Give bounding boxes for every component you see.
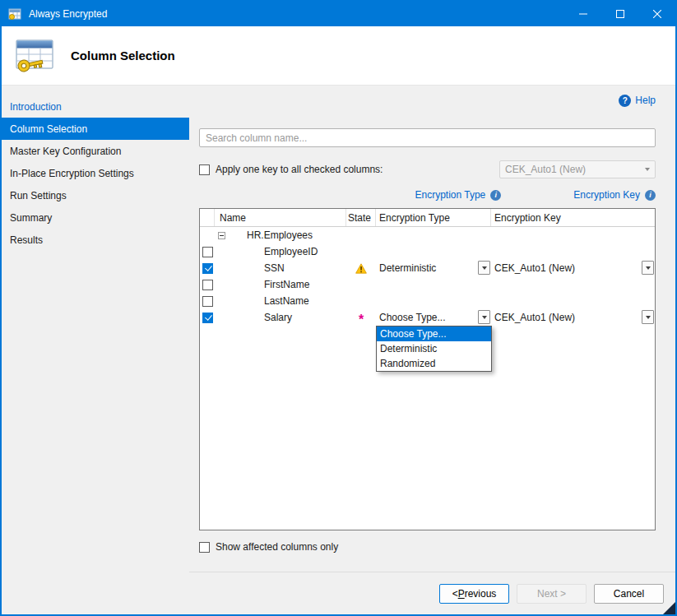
app-icon <box>8 7 21 21</box>
sidebar-item-run-settings[interactable]: Run Settings <box>2 184 189 206</box>
columns-table-header: Name State Encryption Type Encryption Ke… <box>200 209 655 227</box>
table-row-hr-employees: HR.Employees <box>200 227 655 243</box>
wizard-footer: < Previous Next > Cancel <box>189 572 675 614</box>
encryption-key-dropdown-button[interactable] <box>642 310 654 324</box>
header-encryption-type: Encryption Type <box>376 209 491 226</box>
header-checkbox-column <box>200 209 215 226</box>
dropdown-option-randomized[interactable]: Randomized <box>377 356 491 371</box>
always-encrypted-wizard-window: Always Encrypted <box>0 0 677 616</box>
row-checkbox[interactable] <box>202 296 213 307</box>
sidebar-item-in-place-encryption-settings[interactable]: In-Place Encryption Settings <box>2 162 189 184</box>
wizard-steps-sidebar: Introduction Column Selection Master Key… <box>2 86 189 614</box>
help-link[interactable]: ? Help <box>619 94 656 107</box>
apply-key-combo-value: CEK_Auto1 (New) <box>505 164 586 175</box>
required-icon: * <box>359 311 364 324</box>
resize-grip[interactable] <box>663 602 675 614</box>
apply-key-combo[interactable]: CEK_Auto1 (New) <box>499 160 656 178</box>
column-name: SSN <box>215 260 346 276</box>
table-row-firstname: FirstName <box>200 276 655 293</box>
next-button[interactable]: Next > <box>517 584 587 604</box>
apply-key-checkbox[interactable] <box>199 164 210 175</box>
show-affected-label: Show affected columns only <box>216 541 338 553</box>
close-button[interactable] <box>638 2 675 26</box>
table-key-icon <box>13 36 56 76</box>
column-selection-page: ? Help Apply one key to all checked colu… <box>189 86 675 572</box>
show-affected-checkbox[interactable] <box>199 542 210 553</box>
info-icon: i <box>490 190 501 201</box>
window-title: Always Encrypted <box>29 8 107 20</box>
table-row-lastname: LastName <box>200 293 655 309</box>
sidebar-item-introduction[interactable]: Introduction <box>2 95 189 118</box>
titlebar: Always Encrypted <box>2 2 675 26</box>
encryption-type-link[interactable]: Encryption Type i <box>415 188 501 201</box>
row-checkbox[interactable] <box>202 280 213 290</box>
header-encryption-key: Encryption Key <box>491 209 655 226</box>
header-state: State <box>346 209 376 226</box>
apply-key-label: Apply one key to all checked columns: <box>216 164 383 175</box>
encryption-key-dropdown-button[interactable] <box>642 261 654 275</box>
row-checkbox[interactable] <box>202 263 213 274</box>
header-name: Name <box>215 209 346 226</box>
row-checkbox[interactable] <box>202 313 213 323</box>
maximize-button[interactable] <box>601 2 638 26</box>
sidebar-item-column-selection[interactable]: Column Selection <box>2 118 189 140</box>
encryption-type-dropdown-button[interactable] <box>478 310 490 324</box>
column-name: EmployeeID <box>215 243 346 260</box>
columns-table: Name State Encryption Type Encryption Ke… <box>199 208 656 530</box>
table-row-employeeid: EmployeeID <box>200 243 655 260</box>
dropdown-option-deterministic[interactable]: Deterministic <box>377 341 491 356</box>
table-row-salary: Salary * Choose Type... CEK_Auto1 (New) <box>200 309 655 326</box>
table-group-name: HR.Employees <box>247 229 313 241</box>
column-name: Salary <box>215 309 346 326</box>
encryption-key-value: CEK_Auto1 (New) <box>491 262 575 274</box>
help-label: Help <box>635 95 656 106</box>
row-checkbox[interactable] <box>202 247 213 257</box>
encryption-type-dropdown: Choose Type... Deterministic Randomized <box>376 326 492 372</box>
sidebar-item-results[interactable]: Results <box>2 229 189 251</box>
table-row-ssn: SSN <box>200 260 655 276</box>
warning-icon <box>355 263 367 274</box>
search-column-input[interactable] <box>199 128 656 147</box>
column-name: FirstName <box>215 276 346 293</box>
encryption-key-value: CEK_Auto1 (New) <box>491 312 575 323</box>
wizard-header: Column Selection <box>2 26 675 86</box>
page-title: Column Selection <box>71 49 175 63</box>
encryption-type-value: Choose Type... <box>376 312 446 323</box>
info-icon: i <box>645 190 656 201</box>
encryption-type-value: Deterministic <box>376 262 436 274</box>
column-name: LastName <box>215 293 346 309</box>
encryption-key-link-label: Encryption Key <box>573 189 640 201</box>
window-controls <box>564 2 675 26</box>
chevron-down-icon <box>645 168 650 171</box>
help-icon: ? <box>619 95 631 107</box>
tree-collapse-icon[interactable] <box>218 232 225 239</box>
dropdown-option-choose-type[interactable]: Choose Type... <box>377 327 491 341</box>
cancel-button[interactable]: Cancel <box>594 584 664 604</box>
encryption-type-link-label: Encryption Type <box>415 189 485 201</box>
sidebar-item-master-key-configuration[interactable]: Master Key Configuration <box>2 140 189 162</box>
previous-button[interactable]: < Previous <box>439 584 509 604</box>
minimize-button[interactable] <box>564 2 601 26</box>
sidebar-item-summary[interactable]: Summary <box>2 206 189 229</box>
encryption-key-link[interactable]: Encryption Key i <box>573 188 656 201</box>
encryption-type-dropdown-button[interactable] <box>478 261 490 275</box>
